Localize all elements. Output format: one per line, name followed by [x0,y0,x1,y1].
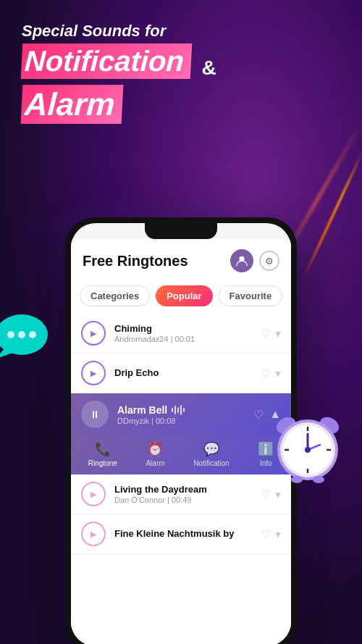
song-meta: Andromadax24 | 00:01 [114,335,252,343]
like-icon[interactable]: ♡ [261,488,271,501]
notification-icon: 💬 [203,441,219,457]
header-section: Special Sounds for Notification & Alarm [22,22,216,124]
more-icon[interactable]: ▾ [275,327,281,340]
waveform-icon [172,405,185,415]
song-meta: Dan O'Connor | 00:49 [114,495,252,504]
svg-point-17 [291,476,303,483]
play-button-chiming[interactable]: ▶ [81,321,106,346]
song-item-chiming: ▶ Chiming Andromadax24 | 00:01 ♡ ▾ [71,314,291,354]
header-subtitle: Special Sounds for [22,22,216,41]
song-name: Fine Kleine Nachtmusik by [114,528,252,539]
nav-item-alarm[interactable]: ⏰ Alarm [146,441,164,467]
svg-point-16 [305,447,311,453]
tab-bar: Categories Popular Favourite [71,280,291,314]
alarm-icon: ⏰ [147,441,163,457]
app-content: Free Ringtones ⚙ Categories Popular Favo… [71,239,291,644]
more-icon[interactable]: ▾ [275,488,281,501]
header-title-notification: Notification [21,43,193,79]
song-list: ▶ Chiming Andromadax24 | 00:01 ♡ ▾ ▶ Dri… [71,314,291,644]
more-icon[interactable]: ▾ [275,367,281,380]
tab-categories[interactable]: Categories [80,285,150,306]
more-icon[interactable]: ▾ [275,527,281,541]
song-item-drip-echo: ▶ Drip Echo ♡ ▾ [71,354,291,393]
song-actions: ♡ ▾ [261,367,281,380]
chat-bubble-decoration [0,311,51,362]
song-name: Drip Echo [114,367,252,378]
like-icon[interactable]: ♡ [261,527,271,541]
like-icon-active[interactable]: ♡ [253,408,264,422]
svg-point-2 [7,331,14,338]
song-info-nachtmusik: Fine Kleine Nachtmusik by [114,528,252,540]
pause-button[interactable]: ⏸ [81,401,109,428]
user-avatar[interactable] [230,249,253,272]
now-playing-meta: DDmyzik | 00:08 [117,417,245,425]
phone-mockup: Free Ringtones ⚙ Categories Popular Favo… [65,217,297,644]
bottom-navigation: 📞 Ringtone ⏰ Alarm 💬 Notification ℹ️ Inf… [71,435,291,474]
nav-item-notification[interactable]: 💬 Notification [193,441,229,467]
app-header: Free Ringtones ⚙ [71,239,291,280]
settings-icon[interactable]: ⚙ [259,251,279,271]
app-title: Free Ringtones [83,253,188,269]
nav-label-alarm: Alarm [146,459,164,467]
song-actions: ♡ ▾ [261,327,281,340]
phone-notch [145,223,217,239]
tab-popular[interactable]: Popular [156,285,212,306]
now-playing-name: Alarm Bell [117,404,245,416]
svg-point-3 [18,331,25,338]
tab-favourite[interactable]: Favourite [219,285,283,306]
nav-label-ringtone: Ringtone [88,459,117,467]
play-button-daydream[interactable]: ▶ [81,482,106,506]
nav-label-notification: Notification [193,459,229,467]
phone-screen: Free Ringtones ⚙ Categories Popular Favo… [71,223,291,644]
nav-item-ringtone[interactable]: 📞 Ringtone [88,441,117,467]
now-playing-bar: ⏸ Alarm Bell DDmyzik | [71,393,291,435]
song-name: Chiming [114,323,252,334]
now-playing-info: Alarm Bell DDmyzik | 00:08 [117,404,245,425]
song-info-drip-echo: Drip Echo [114,367,252,379]
like-icon[interactable]: ♡ [261,367,271,380]
svg-point-4 [29,331,36,338]
svg-point-18 [313,476,324,483]
song-info-daydream: Living the Daydream Dan O'Connor | 00:49 [114,484,252,504]
play-button-nachtmusik[interactable]: ▶ [81,522,106,546]
like-icon[interactable]: ♡ [261,327,271,340]
song-item-daydream: ▶ Living the Daydream Dan O'Connor | 00:… [71,474,291,514]
song-info-chiming: Chiming Andromadax24 | 00:01 [114,323,252,343]
header-title-alarm: Alarm [21,85,124,124]
app-header-icons: ⚙ [230,249,279,272]
song-actions: ♡ ▾ [261,488,281,501]
clock-decoration [268,405,348,485]
song-name: Living the Daydream [114,484,252,495]
header-ampersand: & [201,57,216,79]
song-item-nachtmusik: ▶ Fine Kleine Nachtmusik by ♡ ▾ [71,514,291,554]
play-button-drip-echo[interactable]: ▶ [81,361,106,385]
ringtone-icon: 📞 [95,441,111,457]
song-actions: ♡ ▾ [261,527,281,541]
now-playing-title: Alarm Bell [117,404,167,416]
